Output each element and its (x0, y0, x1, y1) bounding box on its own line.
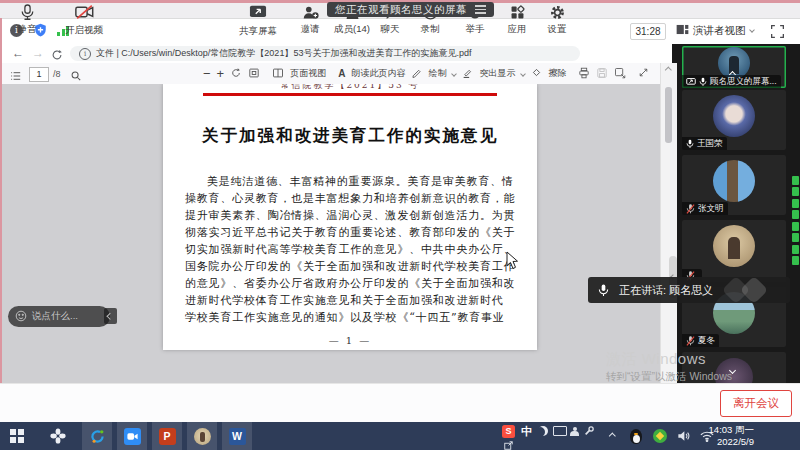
pdf-content-area[interactable]: 常信院教学【2021】53 号 关于加强和改进美育工作的实施意见 美是纯洁道德、… (0, 84, 676, 383)
save-icon (596, 67, 608, 81)
participant-tile-screen-share[interactable]: 顾名思义的屏幕... (682, 46, 786, 88)
capture-border-left (0, 18, 2, 383)
taskbar-app-qq[interactable] (82, 422, 112, 450)
taskbar-app-powerpoint[interactable]: P (152, 422, 182, 450)
mic-on-icon (686, 139, 694, 149)
highlight-icon[interactable] (462, 67, 473, 80)
taskbar-app-word[interactable]: W (222, 422, 252, 450)
zoom-out-button[interactable]: − (203, 66, 211, 81)
audio-level-indicator (792, 176, 799, 265)
highlight-label[interactable]: 突出显示 (479, 67, 515, 80)
tray-person-icon[interactable] (570, 417, 579, 445)
save-as-icon[interactable] (614, 67, 626, 81)
start-video-button[interactable]: 开启视频 (61, 4, 107, 36)
gear-icon (549, 4, 566, 21)
document-body: 美是纯洁道德、丰富精神的重要源泉。美育是审美教育、情 操教育、心灵教育，也是丰富… (185, 173, 521, 326)
toolbar-menu-icon[interactable] (475, 5, 486, 14)
settings-button[interactable]: 设置 (534, 4, 580, 36)
read-aloud-label[interactable]: 朗读此页内容 (351, 67, 405, 80)
browser-forward-button[interactable]: → (32, 46, 44, 60)
windows-taskbar: P W S 中 1 (0, 422, 800, 450)
watching-banner: 您正在观看顾名思义的屏幕 (327, 2, 494, 17)
chevron-down-icon (749, 27, 755, 33)
taskbar-app-photo[interactable] (187, 422, 217, 450)
tray-hidden-icons-chevron[interactable] (610, 422, 615, 450)
emoji-icon[interactable] (15, 308, 27, 326)
page-view-icon[interactable] (272, 67, 284, 81)
screen-share-icon (686, 78, 696, 86)
tray-moon-icon[interactable] (538, 417, 548, 445)
body-line: 操教育、心灵教育，也是丰富想象力和培养创新意识的教育，能 (185, 190, 521, 207)
erase-label[interactable]: 擦除 (548, 67, 566, 80)
participant-label: 顾名思义的屏幕... (682, 75, 781, 88)
mute-button[interactable]: 静音 (4, 4, 50, 36)
print-icon[interactable] (578, 67, 590, 81)
share-screen-button[interactable]: 共享屏幕 (235, 4, 281, 36)
avatar (713, 95, 755, 137)
pdf-toolbar-controls: − + 页面视图 A 朗读此页内容 绘制 突出显示 擦除 (203, 63, 655, 84)
document-title: 关于加强和改进美育工作的实施意见 (163, 125, 537, 147)
zoom-in-button[interactable]: + (217, 66, 225, 81)
view-mode-button[interactable]: 演讲者视图 (676, 22, 754, 40)
pdf-page: 常信院教学【2021】53 号 关于加强和改进美育工作的实施意见 美是纯洁道德、… (163, 84, 537, 350)
meeting-toolbar (0, 383, 800, 423)
body-line: 切实加强新时代高等学校美育工作的意见》、中共中央办公厅、 (185, 241, 521, 258)
browser-back-button[interactable]: ← (12, 46, 24, 60)
participants-sidebar: 顾名思义的屏幕... 王国荣 张文明 (672, 44, 800, 383)
chat-collapse-button[interactable] (104, 308, 117, 324)
mic-icon (20, 4, 35, 21)
chat-quick-input[interactable]: 说点什么... (8, 306, 110, 327)
meeting-window: 您正在观看顾名思义的屏幕 i 31:28 演讲者视图 ← → i 文件 | C:… (0, 0, 800, 450)
fit-page-icon[interactable] (248, 67, 260, 81)
tray-qq-penguin-icon[interactable] (630, 422, 642, 450)
tray-ime-indicator[interactable]: 中 (521, 417, 532, 445)
page-number-footer: — 1 — (163, 335, 537, 346)
scrollbar-up-icon[interactable] (665, 67, 671, 73)
participant-tile[interactable]: 王国荣 (682, 90, 786, 150)
address-bar[interactable]: i 文件 | C:/Users/win/Desktop/常信院教学【2021】5… (70, 46, 580, 61)
invite-icon (302, 4, 319, 21)
draw-icon[interactable] (411, 67, 422, 80)
draw-label[interactable]: 绘制 (428, 67, 446, 80)
tray-keyboard-icon[interactable] (553, 417, 567, 445)
meeting-logo-watermark (740, 276, 768, 304)
mic-muted-icon (686, 204, 695, 214)
taskbar-clock[interactable]: 14:03 周一 2022/5/9 (684, 424, 754, 448)
clock-date: 2022/5/9 (684, 436, 754, 448)
body-line: 学校美育工作实施意见的通知》以及学校《“十四五”教育事业 (185, 309, 521, 326)
pdf-scrollbar[interactable] (660, 63, 677, 383)
tray-green-app-icon[interactable] (653, 422, 667, 450)
pdf-page-input[interactable]: 1 (29, 67, 49, 82)
body-line: 进新时代学校体育工作实施意见和关于全面加强和改进新时代 (185, 292, 521, 309)
avatar (713, 160, 755, 202)
expand-icon[interactable] (638, 67, 649, 80)
participant-tile[interactable] (682, 220, 786, 282)
watching-banner-text: 您正在观看顾名思义的屏幕 (335, 3, 467, 17)
read-aloud-icon[interactable]: A (338, 68, 345, 79)
body-line: 的意见》、省委办公厅省政府办公厅印发的《关于全面加强和改 (185, 275, 521, 292)
start-button[interactable] (10, 429, 24, 443)
taskbar-app-flower[interactable] (50, 428, 66, 448)
page-info-icon[interactable]: i (79, 48, 91, 60)
tray-export-icon[interactable] (504, 436, 513, 450)
view-mode-label: 演讲者视图 (693, 24, 746, 38)
rotate-icon[interactable] (230, 67, 242, 81)
body-line: 国务院办公厅印发的《关于全面加强和改进新时代学校美育工作 (185, 258, 521, 275)
document-number: 常信院教学【2021】53 号 (163, 84, 537, 92)
participant-tile[interactable]: 张文明 (682, 155, 786, 215)
apps-icon (509, 4, 526, 21)
participant-label: 张文明 (682, 202, 728, 215)
speaking-now-banner: 正在讲话: 顾名思义 (588, 277, 790, 303)
scrollbar-thumb[interactable] (665, 87, 672, 143)
leave-meeting-button[interactable]: 离开会议 (720, 390, 792, 417)
clock-time: 14:03 周一 (684, 424, 754, 436)
layout-icon (676, 22, 689, 40)
fullscreen-icon[interactable] (771, 24, 784, 42)
activate-windows-watermark-sub: 转到“设置”以激活 Windows (606, 370, 732, 384)
taskbar-app-meeting[interactable] (117, 422, 147, 450)
erase-icon[interactable] (531, 67, 542, 80)
body-line: 彻落实习近平总书记关于教育的重要论述、教育部印发的《关于 (185, 224, 521, 241)
tray-wrench-icon[interactable] (584, 417, 594, 445)
page-view-label[interactable]: 页面视图 (290, 67, 326, 80)
mic-muted-icon (686, 336, 695, 346)
